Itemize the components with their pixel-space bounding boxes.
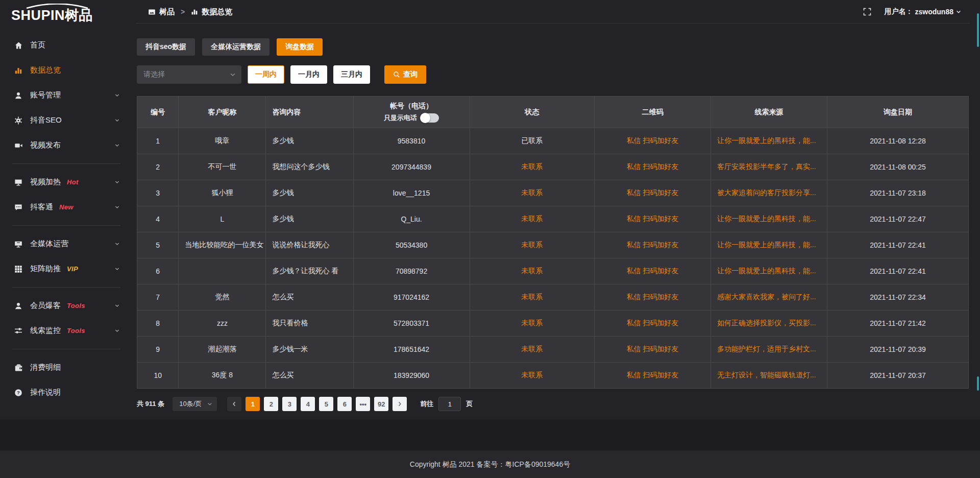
cell-date: 2021-11-08 12:28: [827, 128, 968, 154]
user-menu[interactable]: 用户名： zswodun88: [885, 7, 962, 16]
cell-account: love__1215: [353, 180, 470, 206]
cell-account: 572803371: [353, 310, 470, 337]
cell-date: 2021-11-07 22:41: [827, 258, 968, 284]
page-button-4[interactable]: 4: [301, 397, 315, 411]
sidebar-item-member-baoke[interactable]: 会员爆客 Tools: [0, 293, 133, 318]
cell-no: 5: [137, 232, 179, 258]
page-button-3[interactable]: 3: [282, 397, 297, 411]
page-button-1[interactable]: 1: [246, 397, 260, 411]
page-ellipsis-button[interactable]: •••: [356, 397, 370, 411]
cell-no: 9: [137, 337, 179, 363]
phone-only-toggle[interactable]: [421, 113, 439, 123]
period-month-button[interactable]: 一月内: [290, 65, 327, 84]
col-header-date: 询盘日期: [827, 97, 968, 128]
cell-content: 我只看价格: [266, 310, 353, 337]
cell-source-link[interactable]: 让你一眼就爱上的黑科技，能...: [710, 232, 827, 258]
sidebar-item-douyin-seo[interactable]: 抖音SEO: [0, 108, 133, 133]
sidebar-item-consumption-details[interactable]: 消费明细: [0, 355, 133, 380]
cell-nickname: zzz: [179, 310, 266, 337]
table-row: 2 不可一世 我想问这个多少钱 2097344839 未联系 私信 扫码加好友 …: [137, 154, 969, 180]
username-label: 用户名：: [885, 7, 913, 16]
member-icon: [14, 302, 23, 310]
cell-qr-link[interactable]: 私信 扫码加好友: [594, 154, 710, 180]
sidebar-item-lead-monitoring[interactable]: 线索监控 Tools: [0, 318, 133, 343]
cell-source-link[interactable]: 多功能护栏灯，适用于乡村文...: [710, 337, 827, 363]
page-button-6[interactable]: 6: [337, 397, 352, 411]
breadcrumb-current[interactable]: 数据总览: [191, 7, 232, 17]
prev-page-button[interactable]: [227, 397, 241, 411]
sidebar-item-matrix-boost[interactable]: 矩阵助推 VIP: [0, 256, 133, 281]
sidebar-item-account-management[interactable]: 账号管理: [0, 83, 133, 108]
breadcrumb-root[interactable]: 树品: [148, 7, 175, 17]
sidebar-item-data-overview[interactable]: 数据总览: [0, 58, 133, 83]
page-button-5[interactable]: 5: [319, 397, 333, 411]
tab-omni-media-data[interactable]: 全媒体运营数据: [202, 38, 270, 56]
tab-douyin-seo-data[interactable]: 抖音seo数据: [137, 38, 195, 56]
cell-source-link[interactable]: 如何正确选择投影仪，买投影...: [710, 310, 827, 337]
scrollbar-thumb[interactable]: [977, 376, 979, 391]
cell-date: 2021-11-08 00:25: [827, 154, 968, 180]
sidebar-item-home[interactable]: 首页: [0, 33, 133, 58]
goto-page-input[interactable]: [438, 397, 461, 411]
bar-chart-icon: [191, 8, 198, 15]
cell-source-link[interactable]: 让你一眼就爱上的黑科技，能...: [710, 206, 827, 232]
table-row: 5 当地比较能吃的一位美女 说说价格让我死心 50534380 未联系 私信 扫…: [137, 232, 969, 258]
page-button-2[interactable]: 2: [264, 397, 278, 411]
data-tabs: 抖音seo数据 全媒体运营数据 询盘数据: [137, 38, 969, 56]
chevron-down-icon: [955, 9, 962, 15]
chevron-down-icon: [229, 71, 236, 78]
cell-qr-link[interactable]: 私信 扫码加好友: [594, 310, 710, 337]
sidebar-item-omni-media[interactable]: 全媒体运营: [0, 231, 133, 256]
sidebar-item-video-publish[interactable]: 视频发布: [0, 133, 133, 158]
sidebar: SHUPIN树品 首页 数据总览 账号管理 抖音SEO: [0, 0, 133, 420]
cell-qr-link[interactable]: 私信 扫码加好友: [594, 180, 710, 206]
chevron-down-icon: [114, 266, 120, 272]
fullscreen-icon[interactable]: [863, 8, 871, 16]
cell-qr-link[interactable]: 私信 扫码加好友: [594, 337, 710, 363]
cell-account: Q_Liu.: [353, 206, 470, 232]
cell-date: 2021-11-07 21:42: [827, 310, 968, 337]
search-button[interactable]: 查询: [384, 65, 426, 84]
scrollbar-thumb[interactable]: [977, 13, 979, 47]
cell-source-link[interactable]: 客厅安装投影半年多了，真实...: [710, 154, 827, 180]
period-quarter-button[interactable]: 三月内: [333, 65, 370, 84]
cell-source-link[interactable]: 让你一眼就爱上的黑科技，能...: [710, 128, 827, 154]
cell-qr-link[interactable]: 私信 扫码加好友: [594, 232, 710, 258]
table-row: 1 哦章 多少钱 9583810 已联系 私信 扫码加好友 让你一眼就爱上的黑科…: [137, 128, 969, 154]
cell-status: 未联系: [470, 337, 594, 363]
cell-source-link[interactable]: 被大家追着问的客厅投影分享...: [710, 180, 827, 206]
cell-no: 8: [137, 310, 179, 337]
tab-inquiry-data[interactable]: 询盘数据: [277, 38, 323, 56]
cell-qr-link[interactable]: 私信 扫码加好友: [594, 258, 710, 284]
page-button-92[interactable]: 92: [374, 397, 388, 411]
cell-content: 怎么买: [266, 284, 353, 310]
username-value: zswodun88: [915, 8, 953, 16]
sidebar-item-douketong[interactable]: 抖客通 New: [0, 195, 133, 220]
svg-text:?: ?: [17, 390, 20, 395]
cell-source-link[interactable]: 感谢大家喜欢我家，被问了好...: [710, 284, 827, 310]
next-page-button[interactable]: [393, 397, 407, 411]
cell-qr-link[interactable]: 私信 扫码加好友: [594, 284, 710, 310]
cell-source-link[interactable]: 让你一眼就爱上的黑科技，能...: [710, 258, 827, 284]
page-size-select[interactable]: 10条/页: [173, 397, 217, 411]
cell-content: 我想问这个多少钱: [266, 154, 353, 180]
cell-nickname: L: [179, 206, 266, 232]
breadcrumb-current-label: 数据总览: [202, 7, 232, 17]
cell-date: 2021-11-07 22:34: [827, 284, 968, 310]
cell-account: 2097344839: [353, 154, 470, 180]
cell-qr-link[interactable]: 私信 扫码加好友: [594, 206, 710, 232]
sidebar-item-operation-guide[interactable]: ? 操作说明: [0, 380, 133, 405]
filter-select-placeholder: 请选择: [143, 70, 165, 79]
cell-status: 未联系: [470, 310, 594, 337]
cell-source-link[interactable]: 无主灯设计，智能磁吸轨道灯...: [710, 363, 827, 389]
sidebar-item-video-heating[interactable]: 视频加热 Hot: [0, 170, 133, 195]
table-header-row: 编号 客户昵称 咨询内容 帐号（电话） 只显示电话 状态 二维码 线索来源: [137, 97, 969, 128]
period-week-button[interactable]: 一周内: [248, 65, 284, 84]
table-row: 6 多少钱？让我死心 看 70898792 未联系 私信 扫码加好友 让你一眼就…: [137, 258, 969, 284]
cell-date: 2021-11-07 22:41: [827, 232, 968, 258]
filter-select[interactable]: 请选择: [137, 65, 241, 84]
chevron-down-icon: [114, 117, 120, 124]
sliders-icon: [14, 327, 23, 335]
cell-qr-link[interactable]: 私信 扫码加好友: [594, 363, 710, 389]
cell-qr-link[interactable]: 私信 扫码加好友: [594, 128, 710, 154]
